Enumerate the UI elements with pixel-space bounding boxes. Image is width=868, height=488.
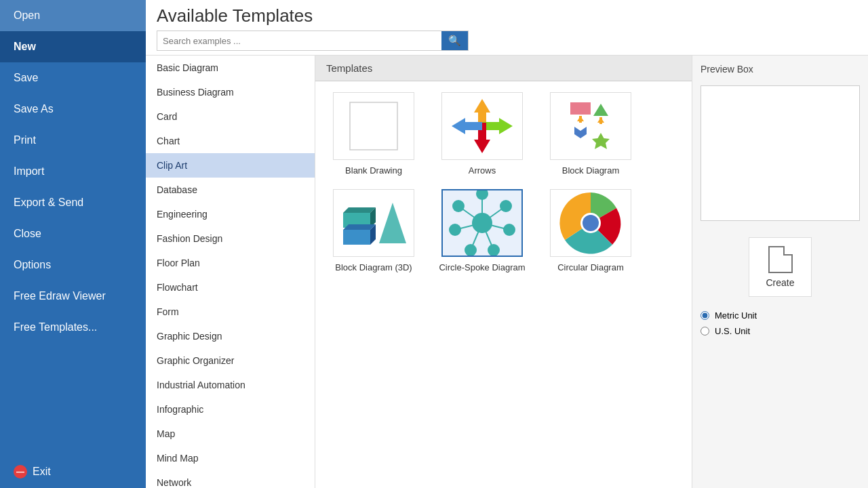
create-icon — [768, 246, 793, 273]
exit-icon — [14, 465, 27, 479]
sidebar-item-print[interactable]: Print — [0, 125, 146, 156]
template-thumbnail — [333, 189, 414, 257]
sidebar-item-free-viewer[interactable]: Free Edraw Viewer — [0, 281, 146, 312]
template-label: Blank Drawing — [345, 165, 402, 176]
svg-point-32 — [449, 224, 461, 236]
category-item[interactable]: Business Diagram — [146, 80, 315, 104]
us-unit-label: U.S. Unit — [715, 326, 750, 336]
template-item[interactable]: Circular Diagram — [543, 189, 638, 272]
svg-point-31 — [465, 244, 477, 256]
svg-marker-2 — [482, 118, 513, 134]
svg-point-36 — [583, 215, 599, 231]
svg-point-33 — [452, 200, 465, 212]
category-item[interactable]: Industrial Automation — [146, 373, 315, 397]
svg-point-34 — [472, 213, 492, 233]
category-item[interactable]: Network — [146, 470, 315, 488]
template-thumbnail — [550, 92, 631, 160]
preview-panel: Preview Box Create Metric Unit U.S. Unit — [692, 56, 868, 488]
templates-panel: Templates Blank Drawing Arrows — [315, 56, 692, 488]
template-item[interactable]: Blank Drawing — [326, 92, 421, 176]
svg-point-27 — [476, 189, 488, 200]
category-panel: Basic DiagramBusiness DiagramCardChartCl… — [146, 56, 315, 488]
metric-unit-radio[interactable] — [701, 311, 709, 320]
main-content: Available Templates 🔍 Basic DiagramBusin… — [146, 0, 868, 488]
sidebar-item-new[interactable]: New — [0, 31, 146, 62]
svg-rect-7 — [579, 116, 582, 123]
category-item[interactable]: Floor Plan — [146, 251, 315, 275]
template-thumbnail — [441, 189, 523, 257]
template-item[interactable]: Block Diagram — [543, 92, 638, 176]
svg-point-30 — [488, 244, 500, 256]
category-item[interactable]: Mind Map — [146, 446, 315, 470]
sidebar: OpenNewSaveSave AsPrintImportExport & Se… — [0, 0, 146, 488]
template-label: Block Diagram (3D) — [335, 262, 412, 272]
create-button[interactable]: Create — [749, 237, 811, 297]
preview-box — [701, 85, 860, 221]
category-item[interactable]: Infographic — [146, 397, 315, 422]
template-label: Circle-Spoke Diagram — [439, 262, 525, 272]
sidebar-item-import[interactable]: Import — [0, 156, 146, 187]
template-thumbnail — [550, 189, 631, 257]
sidebar-item-save-as[interactable]: Save As — [0, 94, 146, 125]
svg-marker-8 — [574, 127, 587, 138]
template-item[interactable]: Block Diagram (3D) — [326, 189, 421, 272]
sidebar-item-free-templates[interactable]: Free Templates... — [0, 312, 146, 343]
template-thumbnail — [441, 92, 523, 160]
category-item[interactable]: Form — [146, 300, 315, 324]
category-item[interactable]: Graphic Design — [146, 324, 315, 348]
svg-marker-12 — [592, 133, 610, 149]
template-label: Block Diagram — [562, 165, 620, 176]
category-item[interactable]: Flowchart — [146, 275, 315, 300]
search-input[interactable] — [157, 33, 441, 49]
svg-marker-9 — [593, 104, 608, 116]
metric-unit-label: Metric Unit — [715, 310, 757, 321]
template-item[interactable]: Circle-Spoke Diagram — [435, 189, 530, 272]
category-item[interactable]: Basic Diagram — [146, 56, 315, 80]
template-item[interactable]: Arrows — [435, 92, 530, 176]
svg-marker-19 — [379, 203, 406, 243]
svg-point-28 — [500, 200, 512, 212]
svg-rect-5 — [570, 102, 591, 115]
sidebar-item-exit[interactable]: Exit — [0, 455, 146, 488]
page-title: Available Templates — [157, 5, 857, 26]
preview-title: Preview Box — [701, 64, 860, 75]
template-thumbnail — [333, 92, 414, 160]
create-btn-container: Create — [701, 237, 860, 297]
header: Available Templates 🔍 — [146, 0, 868, 56]
svg-point-29 — [503, 224, 515, 236]
content-row: Basic DiagramBusiness DiagramCardChartCl… — [146, 56, 868, 488]
search-bar: 🔍 — [157, 30, 469, 51]
search-button[interactable]: 🔍 — [441, 31, 468, 50]
sidebar-item-export-send[interactable]: Export & Send — [0, 187, 146, 218]
svg-rect-0 — [350, 102, 397, 150]
templates-header: Templates — [315, 56, 692, 81]
svg-marker-14 — [343, 207, 376, 213]
svg-marker-17 — [343, 224, 376, 230]
category-item[interactable]: Fashion Design — [146, 226, 315, 251]
template-label: Arrows — [469, 165, 496, 176]
sidebar-item-save[interactable]: Save — [0, 62, 146, 94]
metric-unit-option[interactable]: Metric Unit — [701, 310, 860, 321]
unit-options: Metric Unit U.S. Unit — [701, 310, 860, 336]
category-item[interactable]: Card — [146, 104, 315, 129]
category-item[interactable]: Clip Art — [146, 153, 315, 178]
category-item[interactable]: Map — [146, 422, 315, 446]
templates-grid: Blank Drawing Arrows Block Diagram — [315, 81, 692, 283]
svg-rect-11 — [599, 117, 602, 124]
us-unit-option[interactable]: U.S. Unit — [701, 326, 860, 336]
create-label: Create — [766, 277, 794, 288]
svg-marker-4 — [452, 118, 482, 134]
category-item[interactable]: Chart — [146, 129, 315, 153]
exit-label: Exit — [33, 466, 51, 478]
sidebar-item-options[interactable]: Options — [0, 249, 146, 281]
sidebar-item-close[interactable]: Close — [0, 218, 146, 249]
template-label: Circular Diagram — [557, 262, 624, 272]
category-item[interactable]: Database — [146, 178, 315, 202]
sidebar-item-open[interactable]: Open — [0, 0, 146, 31]
category-item[interactable]: Graphic Organizer — [146, 348, 315, 373]
category-item[interactable]: Engineering — [146, 202, 315, 226]
svg-rect-16 — [343, 230, 370, 245]
us-unit-radio[interactable] — [701, 327, 709, 336]
